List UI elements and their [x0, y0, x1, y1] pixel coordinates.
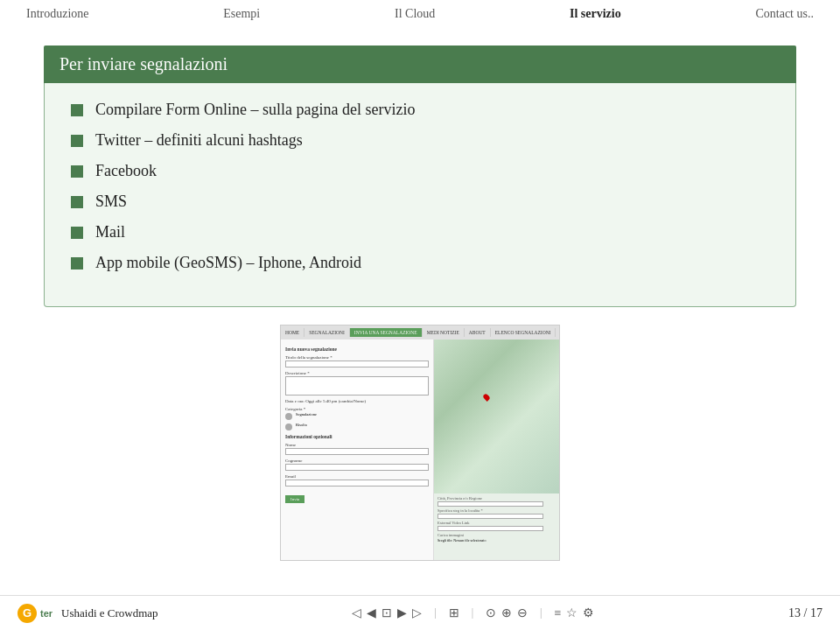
mock-form-left: Invia nuova segnalazione Titolo della se…: [281, 340, 434, 560]
bullet-icon-6: [71, 257, 83, 270]
screenshot-mock: HOME SEGNALAZIONI INVIA UNA SEGNALAZIONE…: [280, 325, 560, 561]
bullet-icon-3: [71, 165, 83, 178]
mock-map-pin: [482, 393, 491, 402]
mock-radio-1: [285, 413, 292, 420]
mock-label-video: External Video Link: [438, 521, 556, 525]
bullet-icon-4: [71, 196, 83, 208]
bullet-text-1: Compilare Form Online – sulla pagina del…: [95, 101, 415, 119]
section-header: Per inviare segnalazioni: [44, 46, 796, 83]
mock-submit-button: Invia: [285, 495, 304, 503]
nav-next2-icon[interactable]: ▶: [397, 606, 407, 620]
bullet-icon-5: [71, 227, 83, 239]
mock-bottom-fields: Città, Provincia e/o Regione Specifica s…: [434, 494, 559, 545]
mock-form-title: Invia nuova segnalazione: [285, 346, 429, 352]
mock-label-localita: Specifica steg in la localita *: [438, 508, 556, 513]
nav-divider: |: [434, 606, 436, 620]
mock-input-video: [438, 526, 544, 531]
gter-logo: G ter: [18, 604, 52, 623]
nav-divider3: |: [540, 606, 542, 620]
mock-input-coords: [438, 501, 544, 507]
mock-tab-invia: INVIA UNA SEGNALAZIONE: [350, 328, 423, 337]
gter-g-icon: G: [18, 604, 37, 623]
mock-textarea-desc: [285, 376, 429, 396]
mock-input-nome: [285, 448, 429, 455]
footer-bar: G ter Ushaidi e Crowdmap ◁ ◀ ⊡ ▶ ▷ | ⊞ |…: [0, 595, 840, 630]
nav-introduzione[interactable]: Introduzione: [26, 7, 89, 21]
bullet-text-2: Twitter – definiti alcuni hashtags: [95, 131, 303, 150]
mock-tab-media: MEDI NOTIZIE: [423, 328, 465, 337]
mock-label-carica: Carica immagini: [438, 533, 556, 537]
nav-zoom-icon[interactable]: ⊕: [501, 606, 512, 620]
mock-label-cognome: Cognome: [285, 458, 429, 463]
bullet-text-6: App mobile (GeoSMS) – Iphone, Android: [95, 254, 361, 272]
bullet-icon-1: [71, 104, 83, 116]
nav-fit-icon[interactable]: ⊞: [449, 606, 459, 620]
mock-form-area: Invia nuova segnalazione Titolo della se…: [281, 340, 559, 560]
mock-form-right: Città, Provincia e/o Regione Specifica s…: [434, 340, 559, 560]
mock-tab-segnalazioni: SEGNALAZIONI: [304, 328, 350, 337]
list-item: Compilare Form Online – sulla pagina del…: [71, 101, 769, 119]
mock-file-label: Scegli file: Nessun file selezionato: [438, 538, 486, 542]
mock-info-title: Informazioni opzionali: [285, 434, 429, 439]
bullet-text-4: SMS: [95, 192, 127, 211]
nav-home-icon[interactable]: ⊡: [382, 606, 392, 620]
bullet-list: Compilare Form Online – sulla pagina del…: [71, 101, 769, 272]
bullet-icon-2: [71, 135, 83, 147]
nav-info-icon[interactable]: ☆: [566, 606, 578, 620]
list-item: App mobile (GeoSMS) – Iphone, Android: [71, 254, 769, 272]
bullet-text-3: Facebook: [95, 162, 157, 180]
screenshot-container: HOME SEGNALAZIONI INVIA UNA SEGNALAZIONE…: [44, 325, 796, 561]
content-box: Compilare Form Online – sulla pagina del…: [44, 83, 796, 307]
mock-radio-label-1: Segnalazione: [296, 412, 317, 420]
list-item: Facebook: [71, 162, 769, 180]
footer-title: Ushaidi e Crowdmap: [61, 606, 158, 620]
footer-nav-icons: ◁ ◀ ⊡ ▶ ▷ | ⊞ | ⊙ ⊕ ⊖ | ≡ ☆ ⚙: [352, 606, 594, 620]
nav-il-servizio[interactable]: Il servizio: [570, 7, 621, 21]
list-item: Twitter – definiti alcuni hashtags: [71, 131, 769, 150]
mock-label-nome: Nome: [285, 443, 429, 447]
mock-input-titolo: [285, 360, 429, 368]
mock-label-desc: Descrizione *: [285, 371, 429, 375]
mock-label-coords: Città, Provincia e/o Regione: [438, 496, 556, 500]
nav-divider2: |: [472, 606, 473, 620]
mock-label-email: Email: [285, 474, 429, 479]
list-item: Mail: [71, 223, 769, 242]
nav-zoomout-icon[interactable]: ⊖: [517, 606, 528, 620]
mock-map: [434, 340, 559, 494]
nav-next-icon[interactable]: ▷: [412, 606, 422, 620]
mock-tab-bar: HOME SEGNALAZIONI INVIA UNA SEGNALAZIONE…: [281, 326, 559, 340]
mock-radio-label-2: Risolto: [296, 423, 307, 430]
mock-input-cognome: [285, 464, 429, 471]
nav-search-icon[interactable]: ⊙: [486, 606, 496, 620]
mock-input-email: [285, 480, 429, 486]
main-content: Per inviare segnalazioni Compilare Form …: [0, 28, 840, 570]
mock-tab-home: HOME: [281, 328, 304, 337]
nav-il-cloud[interactable]: Il Cloud: [395, 7, 435, 21]
nav-prev-icon[interactable]: ◁: [352, 606, 361, 620]
footer-left: G ter Ushaidi e Crowdmap: [18, 604, 158, 623]
page-indicator: 13 / 17: [788, 606, 822, 620]
mock-tab-elenco: ELENCO SEGNALAZIONI: [491, 328, 556, 337]
mock-tab-about: ABOUT: [465, 328, 491, 337]
bullet-text-5: Mail: [95, 223, 125, 242]
mock-radio-2: [285, 424, 292, 430]
mock-label-cat: Categoria *: [285, 407, 429, 411]
mock-label-data: Data e ora: Oggi alle 5:40 pm (cambia/No…: [285, 399, 429, 403]
nav-menu-icon[interactable]: ≡: [554, 606, 561, 620]
mock-label-titolo: Titolo della segnalazione *: [285, 355, 429, 360]
nav-prev2-icon[interactable]: ◀: [367, 606, 376, 620]
gter-text: ter: [40, 608, 52, 619]
nav-settings-icon[interactable]: ⚙: [583, 606, 594, 620]
list-item: SMS: [71, 192, 769, 211]
nav-esempi[interactable]: Esempi: [223, 7, 260, 21]
mock-input-localita: [438, 514, 544, 519]
nav-contact-us[interactable]: Contact us..: [755, 7, 814, 21]
nav-bar: Introduzione Esempi Il Cloud Il servizio…: [0, 0, 840, 28]
